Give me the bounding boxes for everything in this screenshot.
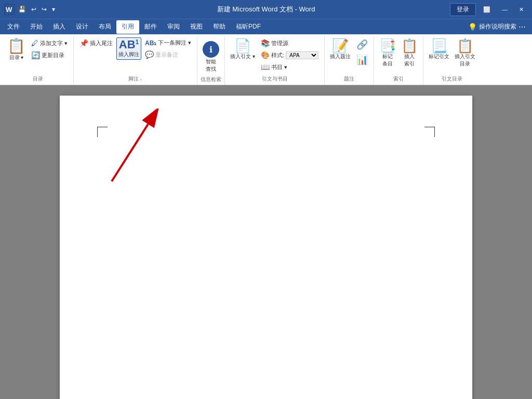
endnote-label: 插入尾注 [90, 39, 113, 47]
toc-group-content: 📋 目录 ▾ 🖊 添加文字 ▾ 🔄 更新目录 [5, 36, 70, 74]
show-notes-icon: 💬 [145, 50, 154, 59]
insert-footnote-button[interactable]: AB1 插入脚注 [116, 37, 141, 60]
toc-group-label: 目录 [5, 74, 70, 84]
add-text-label: 添加文字 ▾ [40, 39, 68, 47]
smart-lookup-icon: ℹ [203, 41, 219, 58]
citation-index-group-label: 引文目录 [427, 74, 477, 84]
login-button[interactable]: 登录 [450, 3, 476, 16]
menu-layout[interactable]: 布局 [94, 20, 116, 34]
mark-entry-button[interactable]: 📑 标记条目 [377, 37, 398, 69]
menu-design[interactable]: 设计 [71, 20, 94, 34]
menu-help[interactable]: 帮助 [208, 20, 231, 34]
manage-sources-label: 管理源 [271, 39, 288, 47]
mark-entry-icon: 📑 [379, 39, 396, 52]
document-page: 百度知道 ↵ [60, 96, 472, 399]
next-footnote-button[interactable]: AB₁ 下一条脚注 ▾ [142, 37, 194, 48]
title-bar-left: W 💾 ↩ ↪ ▾ [4, 4, 98, 15]
update-toc-button[interactable]: 🔄 更新目录 [29, 49, 70, 61]
menu-review[interactable]: 审阅 [162, 20, 185, 34]
mark-citation-label: 标记引文 [429, 53, 449, 60]
index-group-label: 索引 [377, 74, 420, 84]
caption-group-label: 题注 [328, 74, 370, 84]
caption-label: 插入题注 [330, 53, 351, 60]
close-btn[interactable]: ✕ [515, 5, 528, 14]
help-search[interactable]: 操作说明搜索 [479, 22, 516, 31]
mark-citation-icon: 📃 [431, 39, 447, 52]
ribbon-group-citation-index: 📃 标记引文 📋 插入引文目录 引文目录 [423, 36, 481, 85]
style-select-btn[interactable]: 🎨 样式: APA MLA Chicago [258, 49, 321, 61]
insert-endnote-button[interactable]: 📌 插入尾注 [77, 37, 115, 49]
style-label: 样式: [271, 51, 284, 59]
add-text-icon: 🖊 [31, 39, 38, 47]
footnote-expand-icon[interactable]: ⬦ [140, 77, 142, 82]
minimize-btn[interactable]: — [498, 5, 512, 14]
caption-icon: 📝 [332, 39, 349, 52]
menu-home[interactable]: 开始 [25, 20, 48, 34]
ribbon-group-footnote: 📌 插入尾注 AB1 插入脚注 AB₁ 下一条脚注 ▾ 💬 显示备注 [74, 36, 197, 85]
show-notes-label: 显示备注 [155, 51, 178, 59]
menu-file[interactable]: 文件 [2, 20, 25, 34]
endnote-col: 📌 插入尾注 [77, 37, 115, 49]
footnote-group-label: 脚注 ⬦ [77, 74, 194, 84]
menu-insert[interactable]: 插入 [48, 20, 71, 34]
citations-group-content: 📄 插入引文 ▾ 📚 管理源 🎨 样式: APA MLA Chicago [228, 36, 321, 74]
document-title: 新建 Microsoft Word 文档 - Word [98, 5, 434, 14]
citation-label: 插入引文 ▾ [230, 53, 255, 60]
ribbon-group-caption: 📝 插入题注 🔗 📊 题注 [325, 36, 374, 85]
insert-citation-table-label: 插入引文目录 [455, 53, 475, 68]
mark-entry-label: 标记条目 [382, 53, 393, 68]
cross-ref-button[interactable]: 🔗 [354, 37, 370, 52]
toc-label: 目录 ▾ [9, 54, 24, 61]
manage-sources-button[interactable]: 📚 管理源 [258, 37, 321, 49]
cross-ref-icon: 🔗 [356, 39, 368, 50]
svg-text:W: W [6, 6, 12, 14]
toc-col: 🖊 添加文字 ▾ 🔄 更新目录 [29, 37, 70, 61]
next-footnote-label: 下一条脚注 ▾ [158, 39, 191, 47]
update-toc-icon: 🔄 [31, 51, 40, 59]
table-of-fig-button[interactable]: 📊 [354, 52, 370, 67]
insert-caption-button[interactable]: 📝 插入题注 [328, 37, 353, 62]
menu-foxitpdf[interactable]: 福昕PDF [231, 20, 266, 34]
document-area: 百度知道 ↵ [0, 85, 532, 399]
toc-icon: 📋 [7, 39, 25, 54]
add-text-button[interactable]: 🖊 添加文字 ▾ [29, 37, 70, 49]
next-footnote-icon: AB₁ [145, 39, 156, 47]
update-toc-label: 更新目录 [42, 51, 64, 59]
footnote-icon: AB1 [119, 39, 139, 50]
insert-index-icon: 📋 [401, 39, 418, 52]
word-icon: W [4, 4, 15, 15]
menu-view[interactable]: 视图 [185, 20, 208, 34]
footnote-label: 插入脚注 [118, 51, 139, 58]
redo-quick-btn[interactable]: ↪ [40, 5, 48, 14]
insert-index-button[interactable]: 📋 插入索引 [399, 37, 420, 69]
help-more-icon[interactable]: ⋯ [518, 23, 526, 31]
ribbon-group-search: ℹ 智能查找 信息检索 [197, 36, 225, 85]
style-dropdown[interactable]: APA MLA Chicago [286, 51, 318, 59]
mark-citation-button[interactable]: 📃 标记引文 [427, 37, 451, 62]
smart-lookup-button[interactable]: ℹ 智能查找 [201, 37, 221, 74]
citation-index-group-content: 📃 标记引文 📋 插入引文目录 [427, 36, 477, 74]
search-group-content: ℹ 智能查找 [201, 36, 221, 74]
show-notes-button[interactable]: 💬 显示备注 [142, 49, 194, 60]
restore-btn[interactable]: ⬜ [479, 5, 495, 14]
ribbon: 📋 目录 ▾ 🖊 添加文字 ▾ 🔄 更新目录 目录 📌 [0, 34, 532, 85]
insert-citation-button[interactable]: 📄 插入引文 ▾ [228, 37, 257, 62]
menu-mailings[interactable]: 邮件 [139, 20, 162, 34]
bibliography-button[interactable]: 📖 书目 ▾ [258, 61, 321, 73]
menu-references[interactable]: 引用 [116, 20, 139, 34]
manage-sources-icon: 📚 [261, 39, 270, 47]
insert-toc-button[interactable]: 📋 目录 ▾ [5, 37, 28, 63]
lightbulb-icon: 💡 [468, 23, 477, 31]
search-group-label: 信息检索 [201, 74, 221, 84]
caption-col: 🔗 📊 [354, 37, 370, 67]
save-quick-btn[interactable]: 💾 [17, 5, 28, 14]
undo-quick-btn[interactable]: ↩ [30, 5, 38, 14]
ribbon-group-toc: 📋 目录 ▾ 🖊 添加文字 ▾ 🔄 更新目录 目录 [2, 36, 74, 85]
citations-col: 📚 管理源 🎨 样式: APA MLA Chicago 📖 书目 ▾ [258, 37, 321, 73]
caption-group-content: 📝 插入题注 🔗 📊 [328, 36, 370, 74]
quick-access-dropdown[interactable]: ▾ [50, 5, 57, 14]
bibliography-icon: 📖 [261, 63, 270, 71]
menu-bar: 文件 开始 插入 设计 布局 引用 邮件 审阅 视图 帮助 福昕PDF 💡 操作… [0, 19, 532, 34]
citation-icon: 📄 [234, 39, 251, 52]
insert-citation-table-button[interactable]: 📋 插入引文目录 [453, 37, 477, 69]
